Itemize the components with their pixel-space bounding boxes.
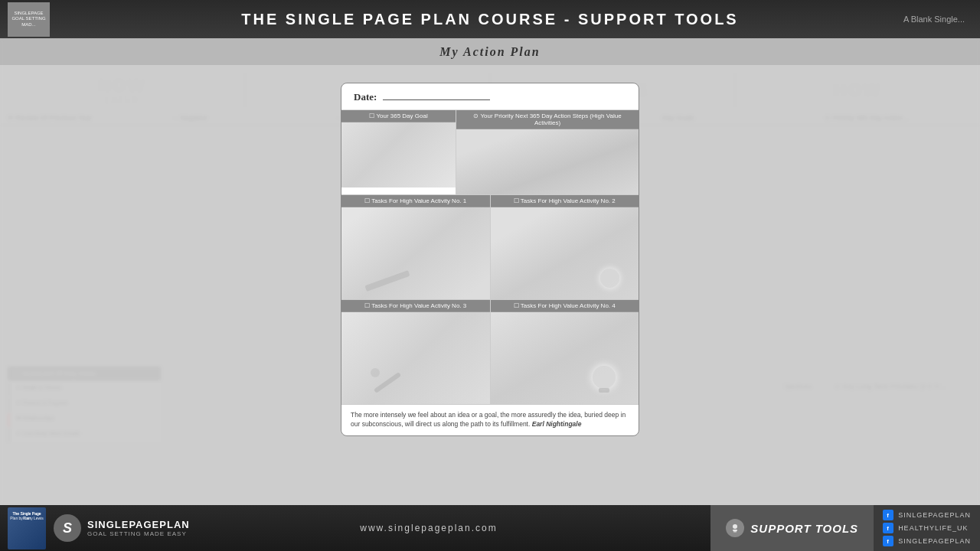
social-links: f SINLGEPAGEPLAN f HEALTHYLIFE_UK f SING… bbox=[874, 505, 980, 551]
facebook-icon-3: f bbox=[883, 536, 893, 546]
footer-logo-area: The Single Page Plan by Larry Lewis S SI… bbox=[0, 507, 168, 549]
cell-priority-steps-body bbox=[456, 129, 639, 194]
cell-hva3-header: ☐ Tasks For High Value Activity No. 3 bbox=[341, 300, 490, 312]
action-plan-card: Date: ☐ Your 365 Day Goal ⊙ Your Priorit… bbox=[341, 83, 639, 436]
cell-hva4-body bbox=[491, 312, 639, 404]
cell-365-goal-header: ☐ Your 365 Day Goal bbox=[341, 110, 456, 122]
cell-hva1-header: ☐ Tasks For High Value Activity No. 1 bbox=[341, 195, 490, 207]
brand-letter: S bbox=[54, 514, 81, 542]
cell-365-goal-body bbox=[341, 122, 456, 187]
support-tools-icon bbox=[726, 519, 744, 537]
sub-header-title: My Action Plan bbox=[439, 45, 540, 59]
header-logo: SINGLEPAGEGOAL SETTINGMAD... bbox=[8, 2, 50, 37]
cell-365-goal: ☐ Your 365 Day Goal bbox=[341, 110, 456, 194]
cell-hva3: ☐ Tasks For High Value Activity No. 3 bbox=[341, 300, 491, 404]
support-tools-box[interactable]: Support Tools bbox=[710, 505, 874, 551]
cell-priority-steps-header: ⊙ Your Priority Next 365 Day Action Step… bbox=[456, 110, 639, 129]
social-item-1[interactable]: f SINLGEPAGEPLAN bbox=[883, 510, 971, 520]
cell-hva3-image bbox=[341, 312, 490, 404]
support-tools-label: Support Tools bbox=[750, 522, 858, 535]
cell-hva2: ☐ Tasks For High Value Activity No. 2 bbox=[491, 195, 639, 299]
date-line bbox=[383, 99, 490, 100]
cell-hva4-image bbox=[491, 312, 639, 404]
card-quote: The more intensely we feel about an idea… bbox=[341, 405, 639, 435]
svg-rect-2 bbox=[733, 531, 737, 533]
top-header: SINGLEPAGEGOAL SETTINGMAD... THE SINGLE … bbox=[0, 0, 980, 38]
header-title: THE SINGLE PAGE PLAN COURSE - SUPPORT TO… bbox=[241, 11, 738, 28]
quote-text: The more intensely we feel about an idea… bbox=[351, 411, 626, 428]
card-top-section: ☐ Your 365 Day Goal ⊙ Your Priority Next… bbox=[341, 110, 639, 195]
cell-priority-steps-image bbox=[456, 129, 639, 194]
cell-hva2-body bbox=[491, 207, 639, 299]
svg-rect-1 bbox=[733, 530, 737, 531]
facebook-icon-1: f bbox=[883, 510, 893, 520]
footer-book: The Single Page Plan by Larry Lewis bbox=[8, 507, 46, 549]
book-title: The Single Page Plan by Larry Lewis bbox=[10, 511, 44, 521]
date-label: Date: bbox=[354, 91, 377, 103]
sub-header: My Action Plan bbox=[0, 38, 980, 65]
svg-point-0 bbox=[733, 524, 737, 529]
social-label-2: HEALTHYLIFE_UK bbox=[898, 524, 968, 532]
cell-hva1-body bbox=[341, 207, 490, 299]
quote-author: Earl Nightingale bbox=[532, 420, 582, 428]
footer: The Single Page Plan by Larry Lewis S SI… bbox=[0, 505, 980, 551]
cell-hva2-image bbox=[491, 207, 639, 299]
cell-365-goal-image bbox=[341, 122, 456, 187]
cell-hva2-header: ☐ Tasks For High Value Activity No. 2 bbox=[491, 195, 639, 207]
cell-hva4: ☐ Tasks For High Value Activity No. 4 bbox=[491, 300, 639, 404]
logo-box: SINGLEPAGEGOAL SETTINGMAD... bbox=[8, 2, 50, 37]
date-row: Date: bbox=[341, 83, 639, 110]
card-bot-section: ☐ Tasks For High Value Activity No. 3 ☐ … bbox=[341, 300, 639, 405]
footer-right: Support Tools f SINLGEPAGEPLAN f HEALTHY… bbox=[689, 505, 980, 551]
footer-url: www.singlepageplan.com bbox=[360, 523, 497, 533]
social-label-1: SINLGEPAGEPLAN bbox=[898, 511, 971, 519]
card-mid-section: ☐ Tasks For High Value Activity No. 1 ☐ … bbox=[341, 195, 639, 300]
cell-hva1: ☐ Tasks For High Value Activity No. 1 bbox=[341, 195, 491, 299]
facebook-icon-2: f bbox=[883, 523, 893, 533]
social-item-3[interactable]: f SINGLEPAGEPLAN bbox=[883, 536, 971, 546]
social-item-2[interactable]: f HEALTHYLIFE_UK bbox=[883, 523, 971, 533]
cell-hva1-image bbox=[341, 207, 490, 299]
cell-hva4-header: ☐ Tasks For High Value Activity No. 4 bbox=[491, 300, 639, 312]
header-right-text: A Blank Single... bbox=[903, 15, 965, 24]
social-label-3: SINGLEPAGEPLAN bbox=[898, 537, 971, 545]
cell-priority-steps: ⊙ Your Priority Next 365 Day Action Step… bbox=[456, 110, 639, 194]
cell-hva3-body bbox=[341, 312, 490, 404]
footer-center: www.singlepageplan.com bbox=[168, 523, 689, 533]
